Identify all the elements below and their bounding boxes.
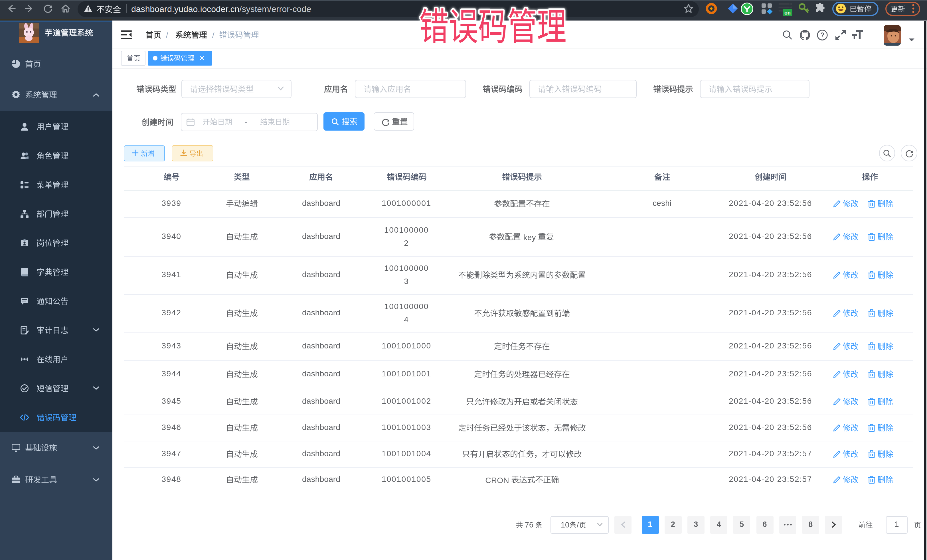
svg-text:?: ? [820, 31, 824, 38]
svg-text:on: on [784, 10, 791, 16]
